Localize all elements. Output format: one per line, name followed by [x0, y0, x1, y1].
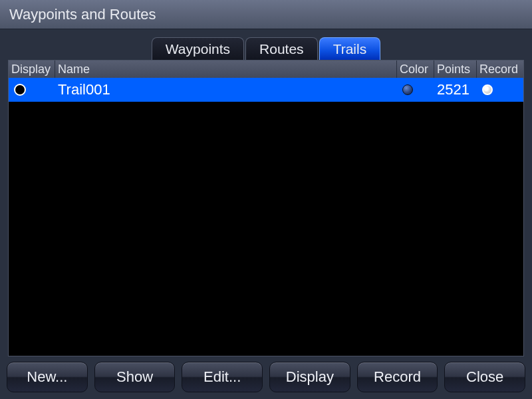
cell-display[interactable] — [9, 78, 55, 102]
button-label: Close — [466, 368, 503, 386]
button-label: New... — [27, 368, 67, 386]
edit-button[interactable]: Edit... — [182, 362, 263, 392]
tab-label: Routes — [259, 41, 304, 57]
column-header-display[interactable]: Display — [9, 61, 55, 78]
cell-name: Trail001 — [55, 78, 397, 102]
cell-color[interactable] — [397, 78, 434, 102]
show-button[interactable]: Show — [94, 362, 176, 392]
trails-table: Display Name Color Points Record Trail00… — [8, 60, 524, 356]
display-button[interactable]: Display — [269, 362, 350, 392]
tab-waypoints[interactable]: Waypoints — [152, 37, 244, 60]
radio-on-icon — [482, 84, 493, 95]
column-header-points[interactable]: Points — [434, 61, 477, 78]
cell-record[interactable] — [477, 78, 523, 102]
cell-points: 2521 — [434, 78, 477, 102]
tab-bar: Waypoints Routes Trails — [0, 33, 532, 60]
tab-routes[interactable]: Routes — [245, 37, 318, 60]
footer-toolbar: New... Show Edit... Display Record Close — [0, 356, 532, 399]
column-header-record[interactable]: Record — [477, 61, 523, 78]
button-label: Edit... — [203, 368, 241, 386]
button-label: Display — [286, 368, 334, 386]
column-header-color[interactable]: Color — [397, 61, 434, 78]
column-header-name[interactable]: Name — [55, 61, 397, 78]
button-label: Record — [374, 368, 421, 386]
color-dot-icon — [402, 84, 413, 95]
tab-label: Trails — [333, 41, 367, 57]
new-button[interactable]: New... — [7, 362, 88, 392]
window-titlebar: Waypoints and Routes — [0, 0, 532, 29]
tab-label: Waypoints — [166, 41, 230, 57]
table-header: Display Name Color Points Record — [9, 61, 523, 78]
close-button[interactable]: Close — [444, 362, 525, 392]
radio-off-icon — [14, 84, 26, 96]
table-body: Trail001 2521 — [9, 78, 523, 356]
button-label: Show — [116, 368, 153, 386]
table-row[interactable]: Trail001 2521 — [9, 78, 523, 102]
tab-trails[interactable]: Trails — [319, 37, 381, 60]
record-button[interactable]: Record — [357, 362, 438, 392]
window-title: Waypoints and Routes — [9, 6, 156, 23]
